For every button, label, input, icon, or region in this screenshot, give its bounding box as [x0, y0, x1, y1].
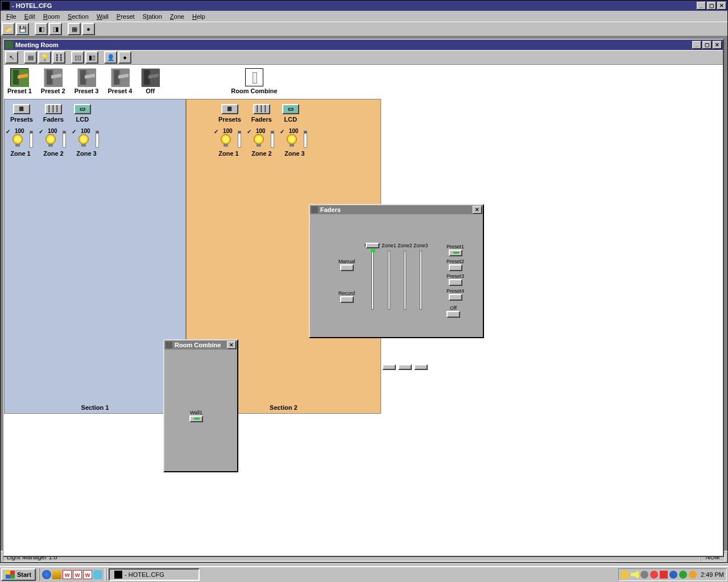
app-icon — [2, 2, 10, 10]
faders-icon — [311, 206, 318, 213]
fader-preset3-button[interactable]: Preset3 — [446, 272, 464, 286]
menu-station[interactable]: Station — [139, 12, 166, 21]
faders-close-button[interactable]: ✕ — [473, 206, 482, 214]
tool-layout2-icon[interactable]: ▮▯ — [85, 51, 98, 64]
menu-wall[interactable]: Wall — [93, 12, 112, 21]
ql-app1-icon[interactable]: w — [63, 570, 72, 579]
s2-zone-3[interactable]: ✓100 Zone 3 — [282, 130, 307, 157]
mdi-titlebar[interactable]: Meeting Room _ ▢ ✕ — [4, 40, 723, 50]
tool-person-icon[interactable]: 👤 — [104, 51, 117, 64]
fader-off-button[interactable]: Off — [446, 304, 460, 318]
room-combine-titlebar[interactable]: Room Combine ✕ — [164, 340, 237, 350]
fader-zone3[interactable]: Zone3 — [413, 243, 428, 311]
room-combine-close-button[interactable]: ✕ — [227, 341, 236, 349]
s1-zone-2[interactable]: ✓100 Zone 2 — [41, 130, 66, 157]
fader-zone1[interactable]: Zone1 — [382, 243, 396, 311]
tray-icon-6[interactable] — [669, 571, 677, 579]
menu-edit[interactable]: Edit — [21, 12, 39, 21]
taskbar: Start w w w - HOTEL.CFG 2:49 PM — [0, 566, 728, 582]
preset-1[interactable]: Preset 1 — [7, 68, 32, 94]
mdi-minimize-button[interactable]: _ — [692, 41, 701, 49]
preset-3[interactable]: Preset 3 — [75, 68, 99, 94]
room-combine-window[interactable]: Room Combine ✕ Wall1 — [163, 339, 238, 472]
fader-preset4-button[interactable]: Preset4 — [446, 287, 464, 301]
maximize-button[interactable]: ▢ — [707, 2, 716, 10]
faders-titlebar[interactable]: Faders ✕ — [310, 205, 483, 214]
toolbar-open-icon[interactable]: 📂 — [2, 23, 15, 35]
s1-lcd-button[interactable]: ▭LCD — [74, 104, 91, 123]
menu-section[interactable]: Section — [64, 12, 92, 21]
tray-icon-3[interactable] — [640, 571, 648, 579]
tray-icon-7[interactable] — [679, 571, 687, 579]
mdi-close-button[interactable]: ✕ — [713, 41, 722, 49]
manual-button[interactable]: Manual — [338, 257, 355, 271]
s2-faders-button[interactable]: ┆┆┆Faders — [251, 104, 272, 123]
ql-app2-icon[interactable]: w — [73, 570, 82, 579]
menu-help[interactable]: Help — [189, 12, 209, 21]
ql-app3-icon[interactable]: w — [83, 570, 92, 579]
s2-presets-button[interactable]: ≣Presets — [218, 104, 241, 123]
fader-preset1-button[interactable]: Preset1 — [446, 243, 464, 256]
menu-room[interactable]: Room — [40, 12, 63, 21]
faders-window[interactable]: Faders ✕ Manual Record — [309, 204, 484, 338]
minimize-button[interactable]: _ — [697, 2, 706, 10]
tray-icon-8[interactable] — [689, 571, 697, 579]
tool-faders-icon[interactable]: ┇┇ — [52, 51, 65, 64]
taskbar-app-button[interactable]: - HOTEL.CFG — [109, 568, 200, 581]
menu-zone[interactable]: Zone — [167, 12, 188, 21]
wall1-button[interactable]: Wall1 — [189, 410, 203, 422]
fader-zone2[interactable]: Zone2 — [398, 243, 412, 311]
fader-preset2-button[interactable]: Preset2 — [446, 257, 464, 271]
mdi-toolbar: ↖ ▤ 💡 ┇┇ ▯▯ ▮▯ 👤 ● — [4, 50, 723, 65]
preset-2-label: Preset 2 — [41, 88, 65, 94]
preset-off[interactable]: Off — [141, 68, 159, 94]
ql-outlook-icon[interactable] — [52, 570, 61, 579]
s1-presets-button[interactable]: ≣Presets — [10, 104, 33, 123]
toolbar-save-icon[interactable]: 💾 — [16, 23, 29, 35]
s2-lcd-button[interactable]: ▭LCD — [282, 104, 299, 123]
s1-zone-1[interactable]: ✓100 Zone 1 — [8, 130, 33, 157]
ql-app4-icon[interactable] — [93, 570, 102, 579]
preset-4[interactable]: Preset 4 — [107, 68, 132, 94]
preset-row: Preset 1 Preset 2 Preset 3 Preset 4 — [7, 68, 278, 94]
toolbar-btn-3[interactable]: ◧ — [35, 23, 48, 35]
tray-volume-icon[interactable] — [631, 571, 639, 579]
tool-layout1-icon[interactable]: ▯▯ — [71, 51, 84, 64]
room-combine-title: Room Combine — [175, 342, 221, 348]
mdi-window: Meeting Room _ ▢ ✕ ↖ ▤ 💡 ┇┇ ▯▯ ▮▯ 👤 ● — [3, 39, 724, 557]
tray-icon-4[interactable] — [650, 571, 658, 579]
room-combine-label: Room Combine — [231, 88, 277, 94]
ql-ie-icon[interactable] — [42, 570, 51, 579]
room-combine-preset[interactable]: Room Combine — [231, 68, 277, 94]
app-toolbar: 📂 💾 ◧ ◨ ▦ ● — [1, 22, 727, 36]
mdi-maximize-button[interactable]: ▢ — [702, 41, 712, 49]
close-button[interactable]: ✕ — [717, 2, 726, 10]
s1-faders-button[interactable]: ┆┆┆Faders — [43, 104, 64, 123]
tool-presets-icon[interactable]: ▤ — [24, 51, 37, 64]
preset-1-label: Preset 1 — [7, 88, 32, 94]
menubar: File Edit Room Section Wall Preset Stati… — [1, 11, 727, 22]
toolbar-btn-5[interactable]: ▦ — [68, 23, 81, 35]
app-titlebar[interactable]: - HOTEL.CFG _ ▢ ✕ — [1, 1, 727, 11]
preset-2[interactable]: Preset 2 — [41, 68, 65, 94]
toolbar-btn-4[interactable]: ◨ — [49, 23, 62, 35]
menu-file[interactable]: File — [3, 12, 20, 21]
tool-pointer-icon[interactable]: ↖ — [5, 51, 18, 64]
s2-zone-1[interactable]: ✓100 Zone 1 — [216, 130, 241, 157]
tray-clock[interactable]: 2:49 PM — [701, 571, 724, 578]
menu-preset[interactable]: Preset — [113, 12, 138, 21]
tray-icon-1[interactable] — [621, 571, 629, 579]
record-button[interactable]: Record — [338, 289, 355, 303]
mdi-title: Meeting Room — [15, 41, 59, 48]
room-combine-icon — [166, 342, 172, 348]
start-button[interactable]: Start — [1, 568, 36, 581]
fader-master[interactable]: Master — [365, 243, 380, 312]
toolbar-record-icon[interactable]: ● — [82, 23, 95, 35]
section-1[interactable]: ≣Presets ┆┆┆Faders ▭LCD ✓100 Zone 1 ✓100… — [4, 99, 186, 414]
quicklaunch: w w w — [39, 568, 105, 581]
tool-circle-icon[interactable]: ● — [118, 51, 131, 64]
s1-zone-3[interactable]: ✓100 Zone 3 — [74, 130, 99, 157]
s2-zone-2[interactable]: ✓100 Zone 2 — [249, 130, 274, 157]
tray-icon-5[interactable] — [660, 571, 668, 579]
tool-bulb-icon[interactable]: 💡 — [38, 51, 51, 64]
